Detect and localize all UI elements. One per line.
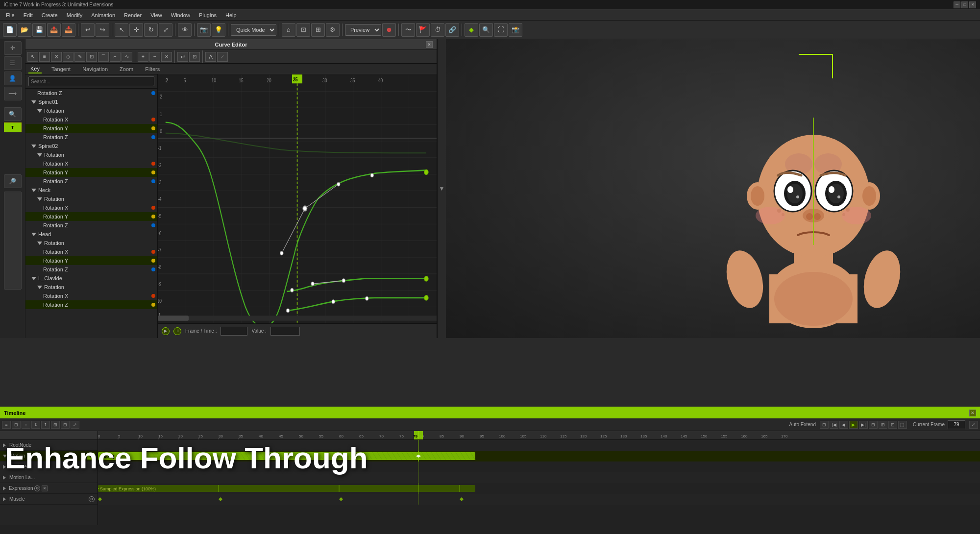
select-button[interactable]: ↖ bbox=[115, 23, 128, 37]
ce-cursor-btn[interactable]: ✎ bbox=[74, 52, 85, 62]
track-label-motion[interactable]: Motion ◈ bbox=[0, 451, 98, 461]
link-button[interactable]: 🔗 bbox=[445, 23, 459, 37]
ce-layer-btn[interactable]: ≡ bbox=[39, 52, 50, 62]
tree-item-rot-y-lc[interactable]: Rotation Z bbox=[25, 300, 157, 309]
maximize-button[interactable]: □ bbox=[961, 1, 968, 8]
tl-btn-13[interactable]: ▶| bbox=[859, 421, 868, 429]
timeline-button[interactable]: ⏱ bbox=[431, 23, 444, 37]
tree-item-rot-z-s2[interactable]: Rotation Z bbox=[25, 177, 157, 186]
light-button[interactable]: 💡 bbox=[212, 23, 225, 37]
tree-item-rotation-spine02[interactable]: Rotation bbox=[25, 150, 157, 159]
tree-item-head[interactable]: Head bbox=[25, 230, 157, 239]
menu-view[interactable]: View bbox=[147, 11, 166, 19]
screenshot-button[interactable]: 📸 bbox=[509, 23, 522, 37]
scale-button[interactable]: ⤢ bbox=[159, 23, 172, 37]
tl-btn-4[interactable]: ↧ bbox=[31, 421, 40, 429]
body-button[interactable]: 👤 bbox=[4, 72, 22, 85]
menu-edit[interactable]: Edit bbox=[20, 11, 37, 19]
redo-button[interactable]: ↪ bbox=[96, 23, 109, 37]
track-label-gesture[interactable]: Gesture bbox=[0, 461, 98, 472]
tl-btn-2[interactable]: ⊡ bbox=[12, 421, 21, 429]
menu-animation[interactable]: Animation bbox=[87, 11, 119, 19]
export-button[interactable]: 📤 bbox=[47, 23, 61, 37]
ce-filter-btn[interactable]: ⧖ bbox=[51, 52, 62, 62]
menu-file[interactable]: File bbox=[2, 11, 19, 19]
tl-btn-17[interactable]: ⬚ bbox=[898, 421, 907, 429]
tl-btn-14[interactable]: ⊟ bbox=[869, 421, 878, 429]
tree-item-rotation-head[interactable]: Rotation bbox=[25, 239, 157, 247]
minimize-button[interactable]: ─ bbox=[954, 1, 960, 8]
motion-path-button[interactable]: 〜 bbox=[401, 23, 415, 37]
tree-item-rotation-spine01[interactable]: Rotation bbox=[25, 106, 157, 115]
search-input[interactable] bbox=[28, 76, 154, 86]
ce-select-btn[interactable]: ↖ bbox=[27, 52, 38, 62]
quick-mode-dropdown[interactable]: Quick Mode bbox=[231, 24, 276, 36]
tree-item-rot-x-head[interactable]: Rotation X bbox=[25, 247, 157, 256]
flag-button[interactable]: 🚩 bbox=[416, 23, 430, 37]
muscle-settings-icon[interactable]: ⚙ bbox=[89, 496, 95, 502]
current-frame-input[interactable]: 79 bbox=[948, 420, 965, 429]
tree-item-rotation-lclavide[interactable]: Rotation bbox=[25, 283, 157, 291]
move-button[interactable]: ✛ bbox=[129, 23, 143, 37]
menu-plugins[interactable]: Plugins bbox=[195, 11, 220, 19]
tree-item-rot-z-head[interactable]: Rotation Z bbox=[25, 265, 157, 274]
expression-lock-icon[interactable]: ✕ bbox=[42, 485, 48, 491]
tl-btn-8[interactable]: ⤢ bbox=[71, 421, 79, 429]
tl-btn-16[interactable]: ⊡ bbox=[888, 421, 897, 429]
menu-render[interactable]: Render bbox=[120, 11, 146, 19]
tl-btn-10[interactable]: |◀ bbox=[830, 421, 838, 429]
ce-tangent-btn[interactable]: ⋀ bbox=[205, 52, 216, 62]
sidebar-zoom-button[interactable]: 🔎 bbox=[4, 174, 22, 188]
tl-btn-12[interactable]: ▶ bbox=[849, 421, 858, 429]
tree-item-spine01[interactable]: Spine01 bbox=[25, 97, 157, 106]
tree-item-rot-y-neck[interactable]: Rotation Y bbox=[25, 212, 157, 221]
track-label-expression[interactable]: Expression ⚙ ✕ bbox=[0, 483, 98, 494]
diamond-button[interactable]: ◆ bbox=[465, 23, 478, 37]
tree-item-rotation-z-0[interactable]: Rotation Z bbox=[25, 89, 157, 97]
tl-btn-5[interactable]: ↥ bbox=[41, 421, 50, 429]
menu-create[interactable]: Create bbox=[38, 11, 62, 19]
preview-dropdown[interactable]: Preview bbox=[345, 24, 381, 36]
track-label-muscle[interactable]: Muscle ⚙ bbox=[0, 494, 98, 505]
ce-bezier-btn[interactable]: ∿ bbox=[122, 52, 132, 62]
import-button[interactable]: 📥 bbox=[62, 23, 75, 37]
tree-item-rotation-neck[interactable]: Rotation bbox=[25, 194, 157, 203]
undo-button[interactable]: ↩ bbox=[81, 23, 95, 37]
menu-window[interactable]: Window bbox=[167, 11, 194, 19]
ce-move-btn[interactable]: ⇄ bbox=[177, 52, 188, 62]
tab-key[interactable]: Key bbox=[28, 65, 42, 73]
zoom-in-button[interactable]: 🔍 bbox=[479, 23, 493, 37]
play-icon-2[interactable]: ⏸ bbox=[173, 327, 181, 335]
frame-time-input[interactable] bbox=[220, 327, 247, 336]
frame-all-button[interactable]: ⊡ bbox=[296, 23, 310, 37]
settings-button[interactable]: ⚙ bbox=[326, 23, 340, 37]
value-input[interactable] bbox=[270, 327, 300, 336]
pick-button[interactable]: 👁 bbox=[178, 23, 192, 37]
timeline-close[interactable]: ✕ bbox=[969, 410, 976, 416]
ce-corner-btn[interactable]: ⌐ bbox=[110, 52, 121, 62]
tl-btn-11[interactable]: ◀ bbox=[839, 421, 848, 429]
layer-button[interactable]: ☰ bbox=[4, 56, 22, 70]
tree-item-rot-x-neck[interactable]: Rotation X bbox=[25, 203, 157, 212]
transform-button[interactable]: ✛ bbox=[4, 41, 22, 55]
tab-navigation[interactable]: Navigation bbox=[80, 65, 110, 73]
home-button[interactable]: ⌂ bbox=[282, 23, 295, 37]
tl-btn-9[interactable]: ⊡ bbox=[820, 421, 829, 429]
tree-item-lclavide[interactable]: L_Clavide bbox=[25, 274, 157, 283]
tree-item-neck[interactable]: Neck bbox=[25, 186, 157, 194]
tab-zoom[interactable]: Zoom bbox=[118, 65, 135, 73]
tree-item-rot-y-s2[interactable]: Rotation Y bbox=[25, 168, 157, 177]
fullscreen-button[interactable]: ⛶ bbox=[494, 23, 508, 37]
tree-item-rot-x-s1[interactable]: Rotation X bbox=[25, 115, 157, 124]
tab-filters[interactable]: Filters bbox=[143, 65, 162, 73]
tree-item-rot-z-neck[interactable]: Rotation Z bbox=[25, 221, 157, 230]
tab-tangent[interactable]: Tangent bbox=[49, 65, 73, 73]
ce-flatten-btn[interactable]: ⟋ bbox=[217, 52, 228, 62]
expression-settings-icon[interactable]: ⚙ bbox=[34, 485, 40, 491]
close-button[interactable]: ✕ bbox=[969, 1, 976, 8]
ce-snap-btn[interactable]: ⊡ bbox=[189, 52, 200, 62]
ce-delete-btn[interactable]: ✕ bbox=[161, 52, 172, 62]
tree-item-rot-x-lc[interactable]: Rotation X bbox=[25, 291, 157, 300]
tl-btn-1[interactable]: ≡ bbox=[2, 421, 11, 429]
rotate-button[interactable]: ↻ bbox=[144, 23, 158, 37]
